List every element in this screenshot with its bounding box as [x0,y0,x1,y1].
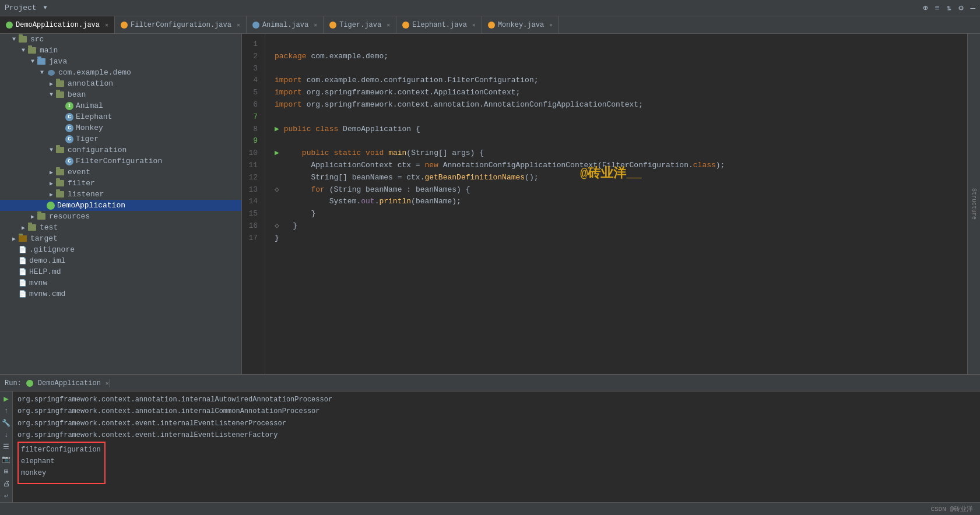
output-line-4: org.springframework.context.event.intern… [17,429,975,441]
line-13: System.out.println(beanName); [275,197,461,206]
expand-arrow-bean[interactable]: ▼ [47,91,56,98]
run-list-icon[interactable]: ☰ [3,443,9,451]
tree-item-configuration[interactable]: ▼ configuration [0,144,241,156]
expand-arrow-annotation[interactable]: ▶ [47,80,56,87]
tree-item-filter[interactable]: ▶ filter [0,178,241,189]
run-output: org.springframework.context.annotation.i… [13,391,980,502]
expand-arrow-listener[interactable]: ▶ [47,191,56,198]
structure-panel[interactable]: Structure [967,34,980,374]
tab-close-tiger[interactable]: ✕ [387,22,390,29]
expand-arrow-main[interactable]: ▼ [19,47,28,54]
tree-item-annotation[interactable]: ▶ annotation [0,78,241,89]
project-label: Project [5,3,37,12]
class-icon-elephant: C [65,113,73,121]
folder-icon-event [56,168,65,176]
run-tab-icon [26,380,33,387]
tree-item-mvnw-cmd[interactable]: ▶ 📄 mvnw.cmd [0,288,241,299]
tree-item-mvnw[interactable]: ▶ 📄 mvnw [0,277,241,288]
run-tab-close[interactable]: ✕ [106,380,109,387]
output-line-1: org.springframework.context.annotation.i… [17,394,975,405]
tab-monkey[interactable]: Monkey.java ✕ [482,16,559,33]
run-print-icon[interactable]: 🖨 [3,479,10,488]
expand-arrow-src[interactable]: ▼ [9,36,19,43]
tab-close-filter[interactable]: ✕ [237,22,240,29]
tree-item-demo-iml[interactable]: ▶ 📄 demo.iml [0,255,241,266]
line-9: ▶ public static void main(String[] args)… [275,149,484,157]
tab-elephant[interactable]: Elephant.java ✕ [396,16,482,33]
tree-item-demo-application[interactable]: ▶ DemoApplication [0,200,241,211]
tree-item-java[interactable]: ▼ java [0,56,241,67]
run-camera-icon[interactable]: 📷 [2,455,10,464]
run-scroll-up[interactable]: ↑ [4,407,8,415]
run-terminal-icon[interactable]: ⊞ [4,467,8,476]
expand-arrow-test[interactable]: ▶ [19,224,28,231]
tree-item-target[interactable]: ▶ target [0,233,241,244]
interface-icon-animal-tree: I [65,102,73,110]
toolbar-icon-3[interactable]: ⇅ [947,3,951,13]
tab-close-elephant[interactable]: ✕ [472,22,476,29]
java-icon-filter [121,22,128,29]
structure-label: Structure [971,188,977,220]
line-2 [275,64,279,73]
tree-item-src[interactable]: ▼ src [0,34,241,45]
toolbar-icon-5[interactable]: — [971,3,975,13]
output-line-2: org.springframework.context.annotation.i… [17,405,975,417]
run-play-button[interactable]: ▶ [3,394,8,404]
expand-arrow-filter[interactable]: ▶ [47,180,56,187]
tab-tiger[interactable]: Tiger.java ✕ [324,16,396,33]
java-icon-tiger [329,22,336,29]
tree-item-bean[interactable]: ▼ bean [0,89,241,100]
tab-animal[interactable]: Animal.java ✕ [247,16,324,33]
tree-item-resources[interactable]: ▶ resources [0,211,241,222]
tree-item-event[interactable]: ▶ event [0,167,241,178]
output-line-6: elephant [21,456,101,467]
tree-item-test[interactable]: ▶ test [0,222,241,233]
tab-label-elephant: Elephant.java [412,21,467,29]
interface-icon-animal [252,22,259,29]
line-8 [275,136,279,145]
bottom-panel: Run: DemoApplication ✕ ▶ ↑ 🔧 ↓ ☰ 📷 ⊞ 🖨 ↩… [0,374,980,502]
tree-item-monkey[interactable]: ▶ C Monkey [0,122,241,133]
tree-item-com-example-demo[interactable]: ▼ com.example.demo [0,67,241,78]
tree-item-elephant[interactable]: ▶ C Elephant [0,111,241,122]
class-icon-filter-config: C [65,157,73,165]
run-exit-icon[interactable]: ↩ [4,492,8,500]
expand-arrow-configuration[interactable]: ▼ [47,147,56,153]
tree-item-animal[interactable]: ▶ I Animal [0,100,241,111]
run-panel-toolbar: ▶ ↑ 🔧 ↓ ☰ 📷 ⊞ 🖨 ↩ [0,391,13,502]
line-7: ▶ public class DemoApplication { [275,125,420,133]
code-editor[interactable]: 1 2 3 4 5 6 7 8 9 10 11 12 13 14 15 16 1 [242,34,967,374]
main-area: ▼ src ▼ main ▼ java ▼ com.example.demo ▶ [0,34,980,374]
code-content: 1 2 3 4 5 6 7 8 9 10 11 12 13 14 15 16 1 [242,34,967,374]
line-4: import org.springframework.context.Appli… [275,88,520,97]
run-scroll-down[interactable]: ↓ [4,431,8,439]
run-panel-content: ▶ ↑ 🔧 ↓ ☰ 📷 ⊞ 🖨 ↩ org.springframework.co… [0,391,980,502]
package-icon [47,69,56,77]
expand-arrow-event[interactable]: ▶ [47,169,56,176]
tab-close-monkey[interactable]: ✕ [549,22,553,29]
expand-arrow-target[interactable]: ▶ [9,235,19,242]
tab-label-monkey: Monkey.java [498,21,544,29]
tree-item-main[interactable]: ▼ main [0,45,241,56]
toolbar-icon-2[interactable]: ≡ [935,3,939,13]
expand-arrow-resources[interactable]: ▶ [28,213,37,220]
toolbar-icon-1[interactable]: ⊕ [923,3,928,13]
run-wrench-icon[interactable]: 🔧 [2,419,10,428]
tab-close-animal[interactable]: ✕ [314,22,317,29]
tree-item-tiger[interactable]: ▶ C Tiger [0,133,241,144]
line-15: ◇ } [275,221,297,230]
file-icon-help: 📄 [19,268,27,276]
toolbar-icon-4[interactable]: ⚙ [958,3,963,13]
tab-demo-application[interactable]: DemoApplication.java ✕ [0,16,115,33]
tree-item-listener[interactable]: ▶ listener [0,189,241,200]
tab-close-demo[interactable]: ✕ [105,22,108,29]
expand-arrow-java[interactable]: ▼ [28,58,37,65]
tree-item-help-md[interactable]: ▶ 📄 HELP.md [0,266,241,277]
run-tab-name[interactable]: DemoApplication [38,379,101,387]
tree-item-filter-configuration[interactable]: ▶ C FilterConfiguration [0,156,241,167]
tree-item-gitignore[interactable]: ▶ 📄 .gitignore [0,244,241,255]
project-dropdown-icon[interactable]: ▼ [44,5,47,11]
expand-arrow-com[interactable]: ▼ [37,69,47,76]
tab-filter-configuration[interactable]: FilterConfiguration.java ✕ [115,16,247,33]
line-5: import org.springframework.context.annot… [275,100,643,109]
